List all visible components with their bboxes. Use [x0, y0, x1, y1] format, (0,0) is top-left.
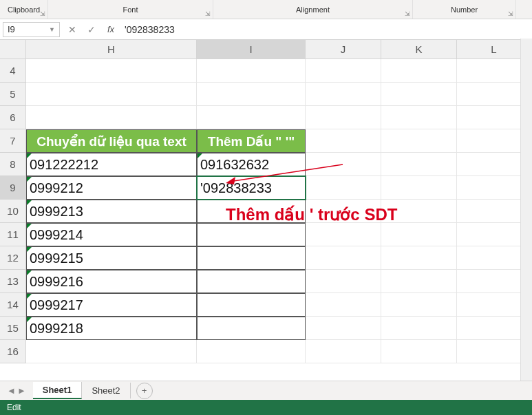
row-header-5[interactable]: 5 — [0, 83, 26, 106]
dialog-launcher-icon[interactable]: ⇲ — [204, 10, 211, 17]
tab-next-icon[interactable]: ► — [17, 385, 26, 396]
tab-nav: ◄ ► — [0, 385, 33, 396]
cell[interactable] — [381, 340, 457, 363]
cell[interactable]: 091222212 — [26, 153, 197, 176]
cell[interactable]: 0999218 — [26, 317, 197, 340]
cell[interactable] — [381, 129, 457, 153]
ribbon-group-font: Font ⇲ — [48, 0, 213, 19]
formula-input[interactable]: '092838233 — [120, 24, 532, 35]
cell[interactable] — [306, 340, 381, 363]
ribbon-group-labels: Clipboard ⇲ Font ⇲ Alignment ⇲ Number ⇲ — [0, 0, 532, 19]
sheet-tab-sheet1[interactable]: Sheet1 — [33, 382, 83, 399]
dialog-launcher-icon[interactable]: ⇲ — [403, 10, 411, 17]
row-header-9[interactable]: 9 — [0, 176, 26, 200]
cell[interactable] — [306, 129, 381, 153]
status-mode: Edit — [7, 403, 21, 412]
row-header-7[interactable]: 7 — [0, 129, 26, 153]
group-label: Alignment — [296, 6, 330, 14]
cancel-button[interactable]: ✕ — [63, 24, 82, 35]
annotation-arrow — [226, 161, 350, 189]
row-header-4[interactable]: 4 — [0, 59, 26, 83]
cell[interactable]: 0999216 — [26, 270, 197, 293]
cell[interactable] — [306, 83, 381, 106]
sheet-area: H I J K L 4 5 6 7 8 9 10 11 12 13 14 15 … — [0, 40, 532, 387]
cell[interactable] — [26, 106, 197, 129]
cell[interactable] — [381, 270, 457, 293]
row-header-16[interactable]: 16 — [0, 340, 26, 363]
cell[interactable]: 0999212 — [26, 176, 197, 200]
row-header-12[interactable]: 12 — [0, 246, 26, 270]
row-header-8[interactable]: 8 — [0, 153, 26, 176]
col-header-K[interactable]: K — [381, 40, 457, 59]
cell[interactable]: 0999217 — [26, 293, 197, 317]
cell[interactable] — [197, 83, 306, 106]
col-header-H[interactable]: H — [26, 40, 197, 59]
cell[interactable]: 0999213 — [26, 200, 197, 223]
row-headers: 4 5 6 7 8 9 10 11 12 13 14 15 16 — [0, 59, 26, 363]
cell[interactable] — [306, 106, 381, 129]
cell[interactable] — [197, 59, 306, 83]
cell[interactable] — [381, 59, 457, 83]
cell[interactable] — [306, 293, 381, 317]
cell[interactable] — [381, 223, 457, 246]
cell[interactable] — [197, 317, 306, 340]
cell[interactable] — [306, 246, 381, 270]
row-header-6[interactable]: 6 — [0, 106, 26, 129]
name-box[interactable]: I9 ▼ — [3, 22, 60, 37]
row-header-14[interactable]: 14 — [0, 293, 26, 317]
dialog-launcher-icon[interactable]: ⇲ — [39, 10, 46, 17]
cell[interactable] — [197, 223, 306, 246]
ribbon-group-clipboard: Clipboard ⇲ — [0, 0, 48, 19]
cell[interactable] — [381, 246, 457, 270]
row-header-10[interactable]: 10 — [0, 200, 26, 223]
dropdown-icon[interactable]: ▼ — [49, 26, 55, 33]
cell[interactable]: 0999215 — [26, 246, 197, 270]
col-header-I[interactable]: I — [197, 40, 306, 59]
cell[interactable] — [306, 270, 381, 293]
ribbon-group-number: Number ⇲ — [413, 0, 516, 19]
dialog-launcher-icon[interactable]: ⇲ — [507, 10, 514, 17]
cell[interactable] — [197, 340, 306, 363]
group-label: Font — [123, 6, 138, 14]
vertical-scrollbar[interactable] — [520, 39, 532, 381]
row-header-13[interactable]: 13 — [0, 270, 26, 293]
cell[interactable] — [197, 106, 306, 129]
cell[interactable] — [381, 293, 457, 317]
svg-line-0 — [229, 164, 343, 182]
cell[interactable] — [381, 83, 457, 106]
status-bar: Edit — [0, 400, 532, 415]
cell[interactable] — [197, 293, 306, 317]
ribbon-group-alignment: Alignment ⇲ — [213, 0, 413, 19]
cell[interactable] — [381, 317, 457, 340]
group-label: Number — [451, 6, 478, 14]
cell[interactable] — [381, 106, 457, 129]
cell-header-I[interactable]: Thêm Dấu " '" — [197, 129, 306, 153]
cell[interactable]: 0999214 — [26, 223, 197, 246]
row-header-15[interactable]: 15 — [0, 317, 26, 340]
fx-button[interactable]: fx — [101, 24, 120, 34]
cell[interactable] — [306, 223, 381, 246]
formula-bar: I9 ▼ ✕ ✓ fx '092838233 — [0, 19, 532, 40]
cell[interactable] — [306, 59, 381, 83]
new-sheet-button[interactable]: + — [136, 383, 153, 399]
cell-header-H[interactable]: Chuyển dữ liệu qua text — [26, 129, 197, 153]
row-header-11[interactable]: 11 — [0, 223, 26, 246]
cell[interactable] — [26, 59, 197, 83]
cell[interactable] — [26, 340, 197, 363]
tab-prev-icon[interactable]: ◄ — [7, 385, 16, 396]
column-headers: H I J K L — [26, 40, 531, 59]
name-box-value: I9 — [8, 24, 15, 34]
group-label: Clipboard — [8, 6, 40, 14]
cell[interactable] — [306, 317, 381, 340]
select-all-cells[interactable] — [0, 40, 26, 59]
sheet-tab-sheet2[interactable]: Sheet2 — [82, 383, 130, 398]
cell[interactable] — [381, 176, 457, 200]
sheet-tab-bar: ◄ ► Sheet1 Sheet2 + — [0, 381, 532, 400]
cell[interactable] — [197, 270, 306, 293]
enter-button[interactable]: ✓ — [82, 24, 101, 35]
cell[interactable] — [197, 246, 306, 270]
svg-marker-1 — [226, 177, 235, 184]
col-header-J[interactable]: J — [306, 40, 381, 59]
cell[interactable] — [26, 83, 197, 106]
cell[interactable] — [381, 153, 457, 176]
